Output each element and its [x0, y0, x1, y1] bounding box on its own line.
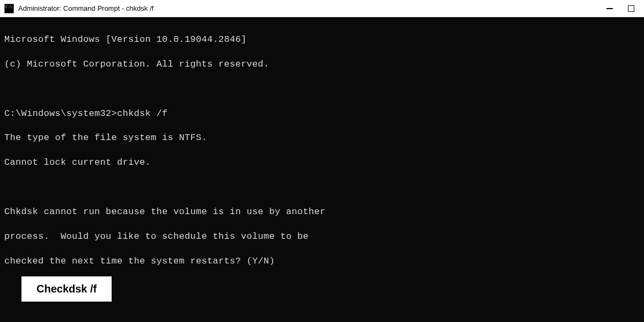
output-blank — [4, 83, 640, 96]
window-titlebar[interactable]: Administrator: Command Prompt - chkdsk /… — [0, 0, 644, 17]
output-line: Cannot lock current drive. — [4, 157, 640, 169]
output-line: (c) Microsoft Corporation. All rights re… — [4, 58, 640, 71]
prompt-path: C:\Windows\system32> — [4, 108, 117, 120]
window-title: Administrator: Command Prompt - chkdsk /… — [18, 4, 606, 12]
output-line: The type of the file system is NTFS. — [4, 132, 640, 144]
prompt-line: C:\Windows\system32>chkdsk /f — [4, 108, 640, 120]
output-line: Chkdsk cannot run because the volume is … — [4, 206, 640, 218]
cmd-icon — [4, 4, 14, 13]
terminal-output[interactable]: Microsoft Windows [Version 10.0.19044.28… — [0, 17, 644, 284]
caption-label: Checkdsk /f — [21, 276, 112, 302]
output-line: process. Would you like to schedule this… — [4, 231, 640, 243]
maximize-icon[interactable] — [628, 5, 634, 12]
output-line: Microsoft Windows [Version 10.0.19044.28… — [4, 34, 640, 46]
output-line: checked the next time the system restart… — [4, 255, 640, 268]
output-blank — [4, 181, 640, 194]
window-controls — [606, 5, 640, 12]
minimize-icon[interactable] — [606, 8, 613, 9]
entered-command: chkdsk /f — [117, 108, 168, 120]
